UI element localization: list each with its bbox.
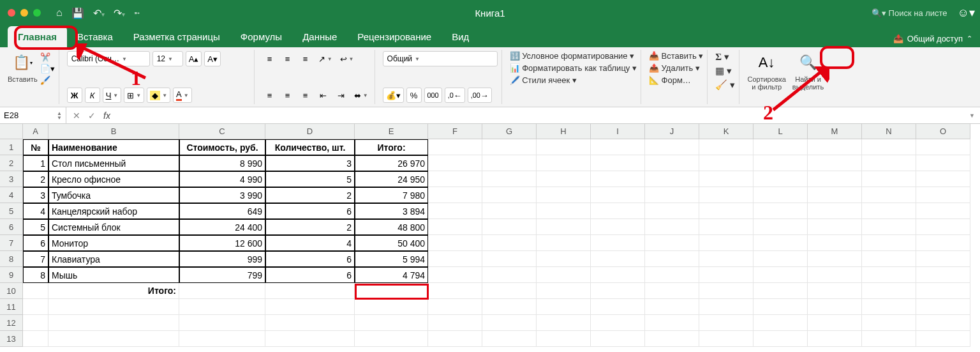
row-header[interactable]: 2 <box>0 155 23 171</box>
cell-L4[interactable] <box>754 187 808 203</box>
cell-A8[interactable]: 7 <box>23 251 48 267</box>
cell-A3[interactable]: 2 <box>23 171 48 187</box>
cell-L9[interactable] <box>754 267 808 283</box>
tab-home[interactable]: Главная <box>8 26 67 47</box>
cell-F6[interactable] <box>428 219 482 235</box>
align-left-button[interactable]: ≡ <box>262 88 278 103</box>
align-top-button[interactable]: ≡ <box>262 51 278 66</box>
column-header-J[interactable]: J <box>645 124 699 139</box>
cell-G13[interactable] <box>482 331 537 347</box>
column-header-B[interactable]: B <box>48 124 179 139</box>
row-header[interactable]: 7 <box>0 235 23 251</box>
cell-H11[interactable] <box>537 299 591 315</box>
cell-G11[interactable] <box>482 299 537 315</box>
row-header[interactable]: 5 <box>0 203 23 219</box>
row-header[interactable]: 11 <box>0 299 23 315</box>
cell-N3[interactable] <box>862 171 916 187</box>
formula-input[interactable] <box>117 107 964 123</box>
cell-N4[interactable] <box>862 187 916 203</box>
cell-L1[interactable] <box>754 139 808 155</box>
cell-B10[interactable]: Итого: <box>48 283 179 299</box>
cell-A1[interactable]: № <box>23 139 48 155</box>
cell-B1[interactable]: Наименование <box>48 139 179 155</box>
enter-formula-icon[interactable]: ✓ <box>88 111 96 121</box>
cell-styles-button[interactable]: 🖊️ Стили ячеек ▾ <box>510 75 637 85</box>
cell-J9[interactable] <box>645 267 699 283</box>
cell-J11[interactable] <box>645 299 699 315</box>
cell-I8[interactable] <box>591 251 645 267</box>
cell-D1[interactable]: Количество, шт. <box>265 139 355 155</box>
cell-C5[interactable]: 649 <box>179 203 265 219</box>
cell-O12[interactable] <box>916 315 970 331</box>
row-header[interactable]: 4 <box>0 187 23 203</box>
cell-C7[interactable]: 12 600 <box>179 235 265 251</box>
fx-icon[interactable]: fx <box>103 111 110 121</box>
tab-insert[interactable]: Вставка <box>67 26 123 47</box>
cell-A10[interactable] <box>23 283 48 299</box>
cell-O7[interactable] <box>916 235 970 251</box>
cell-K2[interactable] <box>699 155 754 171</box>
column-header-O[interactable]: O <box>916 124 970 139</box>
select-all-corner[interactable] <box>0 124 23 139</box>
cell-H3[interactable] <box>537 171 591 187</box>
tab-review[interactable]: Рецензирование <box>347 26 442 47</box>
cell-K5[interactable] <box>699 203 754 219</box>
cell-M4[interactable] <box>808 187 862 203</box>
cell-B8[interactable]: Клавиатура <box>48 251 179 267</box>
find-select-button[interactable]: 🔍 Найти и выделить <box>792 51 824 91</box>
cell-D12[interactable] <box>265 315 355 331</box>
cell-D7[interactable]: 4 <box>265 235 355 251</box>
cell-O11[interactable] <box>916 299 970 315</box>
insert-cells-button[interactable]: 📥 Вставить ▾ <box>649 51 703 61</box>
cell-N11[interactable] <box>862 299 916 315</box>
cell-M1[interactable] <box>808 139 862 155</box>
cell-B2[interactable]: Стол письменный <box>48 155 179 171</box>
column-header-E[interactable]: E <box>355 124 428 139</box>
paste-icon[interactable]: 📋▾ <box>11 51 34 74</box>
cell-N1[interactable] <box>862 139 916 155</box>
cell-G4[interactable] <box>482 187 537 203</box>
cell-B11[interactable] <box>48 299 179 315</box>
tab-view[interactable]: Вид <box>442 26 479 47</box>
row-header[interactable]: 8 <box>0 251 23 267</box>
sort-filter-button[interactable]: A↓ Сортировка и фильтр <box>747 51 785 91</box>
window-close-button[interactable] <box>8 9 15 17</box>
cell-O8[interactable] <box>916 251 970 267</box>
cell-O5[interactable] <box>916 203 970 219</box>
cell-C11[interactable] <box>179 299 265 315</box>
cell-C4[interactable]: 3 990 <box>179 187 265 203</box>
cell-M12[interactable] <box>808 315 862 331</box>
cell-J5[interactable] <box>645 203 699 219</box>
cell-C6[interactable]: 24 400 <box>179 219 265 235</box>
column-header-G[interactable]: G <box>482 124 537 139</box>
cell-N13[interactable] <box>862 331 916 347</box>
cell-D6[interactable]: 2 <box>265 219 355 235</box>
column-header-N[interactable]: N <box>862 124 916 139</box>
sheet-search[interactable]: 🔍▾ Поиск на листе <box>872 8 947 18</box>
column-header-A[interactable]: A <box>23 124 48 139</box>
cell-M5[interactable] <box>808 203 862 219</box>
cell-B7[interactable]: Монитор <box>48 235 179 251</box>
format-painter-icon[interactable]: 🖌️ <box>40 75 55 85</box>
cell-A11[interactable] <box>23 299 48 315</box>
cell-G5[interactable] <box>482 203 537 219</box>
cell-B5[interactable]: Канцелярский набор <box>48 203 179 219</box>
cell-E13[interactable] <box>355 331 428 347</box>
grow-font-button[interactable]: A▴ <box>186 51 202 66</box>
cell-L11[interactable] <box>754 299 808 315</box>
cell-G6[interactable] <box>482 219 537 235</box>
cell-N2[interactable] <box>862 155 916 171</box>
window-minimize-button[interactable] <box>20 9 28 17</box>
cell-J3[interactable] <box>645 171 699 187</box>
cell-G2[interactable] <box>482 155 537 171</box>
cell-I4[interactable] <box>591 187 645 203</box>
cell-D3[interactable]: 5 <box>265 171 355 187</box>
redo-icon[interactable]: ↷▾ <box>114 7 125 19</box>
merge-button[interactable]: ⬌▼ <box>352 88 371 103</box>
cell-F1[interactable] <box>428 139 482 155</box>
cell-K7[interactable] <box>699 235 754 251</box>
cell-E3[interactable]: 24 950 <box>355 171 428 187</box>
cell-M7[interactable] <box>808 235 862 251</box>
fill-button[interactable]: ▦ ▾ <box>715 65 735 77</box>
decrease-decimal-button[interactable]: ,00→ <box>468 88 492 103</box>
